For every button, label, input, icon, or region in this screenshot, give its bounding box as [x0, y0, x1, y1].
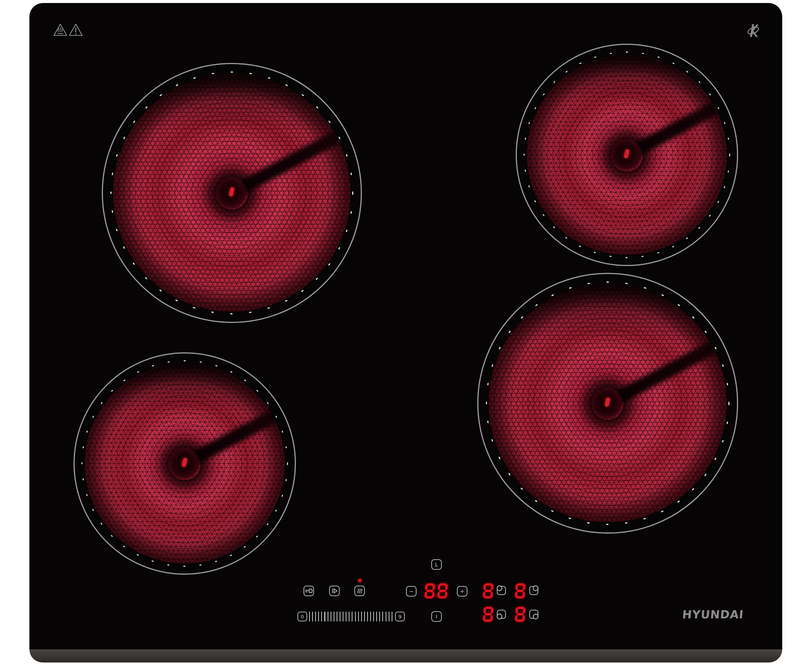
slider-max-glyph: 9: [398, 614, 401, 619]
burner-front-left: [73, 352, 296, 574]
timer-display-front-right: [515, 607, 525, 622]
element-shading: [85, 364, 285, 563]
timer-display-rear-left: [483, 583, 493, 599]
pause-play-icon: [330, 586, 339, 596]
slider-max-button[interactable]: 9: [395, 612, 405, 622]
pause-button[interactable]: [329, 586, 340, 596]
timer-display-rear-right: [515, 583, 525, 599]
heating-element: [113, 74, 351, 312]
product-photo: L − +: [0, 0, 812, 664]
hot-surface-warning-icon: [52, 23, 68, 38]
element-shading: [489, 284, 727, 522]
heating-element: [85, 364, 285, 563]
zone-front-right-icon: [528, 609, 540, 620]
timer-clock-button[interactable]: L: [431, 559, 442, 570]
slider-min-glyph: 0: [301, 614, 304, 619]
minus-button[interactable]: −: [406, 586, 417, 597]
timer-clock-glyph: L: [435, 562, 438, 567]
element-shading: [113, 74, 351, 312]
heat-waves-icon: [355, 586, 364, 596]
zone-front-left-icon: [496, 609, 507, 620]
keep-warm-indicator-dot: [358, 579, 362, 582]
element-shading: [527, 55, 727, 255]
burner-front-right: [477, 273, 738, 534]
certification-k-mark-icon: [746, 21, 761, 40]
zone-rear-right-icon: [528, 585, 540, 596]
keep-warm-button[interactable]: [354, 586, 365, 596]
timer-display-front-left: [483, 607, 493, 622]
minus-glyph: −: [409, 589, 414, 594]
heating-element: [489, 284, 727, 522]
plus-button[interactable]: +: [457, 586, 468, 597]
burner-rear-left: [102, 63, 362, 323]
brand-logo: HYUNDAI: [682, 608, 744, 621]
front-bevel-edge: [29, 649, 782, 662]
child-lock-button[interactable]: [303, 586, 314, 596]
heating-element: [527, 55, 727, 255]
slider-min-button[interactable]: 0: [297, 612, 307, 622]
zone-rear-left-icon: [496, 585, 507, 596]
caution-warning-icon: [68, 23, 84, 38]
power-button[interactable]: I: [431, 611, 442, 622]
burner-rear-right: [516, 44, 738, 266]
power-glyph: I: [436, 614, 437, 619]
key-icon: [304, 586, 313, 596]
level-slider[interactable]: [309, 612, 394, 622]
plus-glyph: +: [460, 589, 465, 594]
main-level-display: [425, 583, 447, 599]
